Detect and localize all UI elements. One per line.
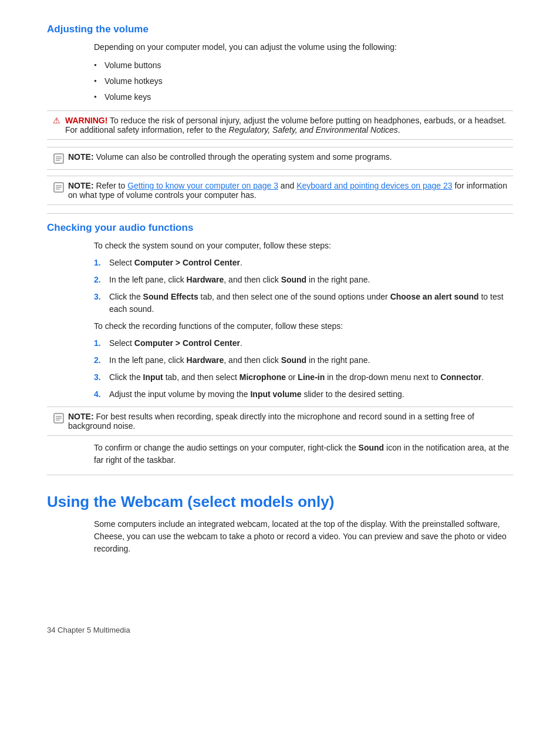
note-recording-label: NOTE: [68,412,94,421]
step-text: Select Computer > Control Center. [109,337,242,350]
note-icon-1 [53,153,65,164]
note-icon-2 [53,182,65,193]
audio-steps-2: 1. Select Computer > Control Center. 2. … [94,337,513,401]
step-text: Click the Sound Effects tab, and then se… [109,291,513,315]
adjusting-volume-intro: Depending on your computer model, you ca… [94,41,513,53]
webcam-section: Using the Webcam (select models only) So… [47,493,513,555]
note-box-2: NOTE: Refer to Getting to know your comp… [47,176,513,205]
note-1-content: NOTE: Volume can also be controlled thro… [68,152,392,162]
adjusting-volume-title: Adjusting the volume [47,23,513,35]
step-num: 4. [94,388,104,401]
adjusting-volume-section: Adjusting the volume Depending on your c… [47,23,513,103]
warning-box: ⚠ WARNING! To reduce the risk of persona… [47,110,513,140]
warning-label: WARNING! [65,116,107,125]
audio-closing: To confirm or change the audio settings … [47,442,513,466]
step-text: Select Computer > Control Center. [109,257,242,269]
step-text: In the left pane, click Hardware, and th… [109,354,370,367]
webcam-title: Using the Webcam (select models only) [47,493,513,511]
footer-text: 34 Chapter 5 Multimedia [47,626,130,634]
audio-intro-1: To check the system sound on your comput… [94,240,513,252]
step-num: 3. [94,371,104,384]
checking-audio-section: Checking your audio functions To check t… [47,222,513,401]
volume-bullets: Volume buttons Volume hotkeys Volume key… [94,59,513,103]
warning-triangle-icon: ⚠ [53,116,60,125]
divider-2 [47,475,513,475]
step-num: 1. [94,257,104,269]
audio-closing-text: To confirm or change the audio settings … [94,442,513,466]
footer: 34 Chapter 5 Multimedia [47,626,513,634]
step-text: Click the Input tab, and then select Mic… [109,371,484,384]
note-2-link-1[interactable]: Getting to know your computer on page 3 [127,181,278,190]
bullet-2: Volume hotkeys [94,75,513,88]
bullet-1: Volume buttons [94,59,513,72]
step-text: Adjust the input volume by moving the In… [109,388,404,401]
audio-step-1-2: 2. In the left pane, click Hardware, and… [94,274,513,286]
note-recording-content: NOTE: For best results when recording, s… [68,412,507,431]
webcam-text: Some computers include an integrated web… [94,518,513,555]
note-2-content: NOTE: Refer to Getting to know your comp… [68,181,507,200]
warning-text: To reduce the risk of personal injury, a… [65,116,506,135]
step-num: 2. [94,354,104,367]
note-1-label: NOTE: [68,152,94,162]
audio-intro-2: To check the recording functions of the … [94,320,513,332]
checking-audio-title: Checking your audio functions [47,222,513,234]
audio-step-2-2: 2. In the left pane, click Hardware, and… [94,354,513,367]
audio-step-2-3: 3. Click the Input tab, and then select … [94,371,513,384]
step-num: 2. [94,274,104,286]
divider-1 [47,213,513,214]
audio-step-1-3: 3. Click the Sound Effects tab, and then… [94,291,513,315]
step-num: 3. [94,291,104,315]
bullet-3: Volume keys [94,91,513,103]
note-1-text: Volume can also be controlled through th… [96,152,392,162]
note-2-text: Refer to [96,181,127,190]
audio-step-2-1: 1. Select Computer > Control Center. [94,337,513,350]
step-num: 1. [94,337,104,350]
note-box-1: NOTE: Volume can also be controlled thro… [47,147,513,170]
audio-step-1-1: 1. Select Computer > Control Center. [94,257,513,269]
note-2-label: NOTE: [68,181,94,190]
note-2-link-2[interactable]: Keyboard and pointing devices on page 23 [296,181,452,190]
step-text: In the left pane, click Hardware, and th… [109,274,370,286]
note-box-recording: NOTE: For best results when recording, s… [47,406,513,436]
note-2-and: and [278,181,296,190]
warning-italic: Regulatory, Safety, and Environmental No… [229,125,398,135]
note-icon-recording [53,412,65,424]
audio-steps-1: 1. Select Computer > Control Center. 2. … [94,257,513,315]
audio-step-2-4: 4. Adjust the input volume by moving the… [94,388,513,401]
note-recording-text: For best results when recording, speak d… [68,412,474,431]
warning-content: WARNING! To reduce the risk of personal … [65,116,507,135]
